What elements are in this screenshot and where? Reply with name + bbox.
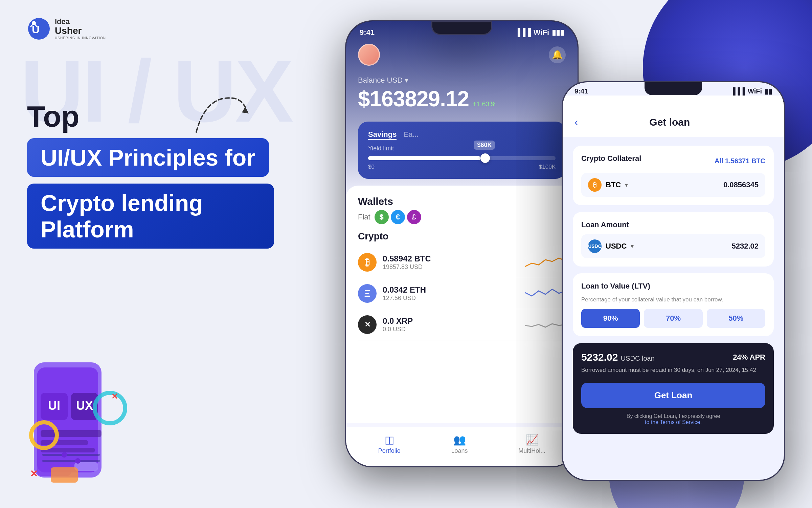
ltv-70-button[interactable]: 70% (644, 309, 702, 328)
terms-text: By clicking Get Loan, I expressly agree … (581, 413, 765, 425)
portfolio-icon: ◫ (385, 434, 394, 446)
svg-text:×: × (112, 390, 118, 402)
dashed-arrow-decoration (186, 88, 254, 139)
savings-tab-active[interactable]: Savings (368, 130, 397, 140)
slider-min: $0 (368, 164, 375, 170)
phones-container: 9:41 ▐▐▐ WiFi ▮▮▮ 🔔 Balance USD ▾ $16382… (345, 20, 785, 488)
terms-link[interactable]: to the Terms of Service. (645, 419, 702, 425)
signal-icon: ▐▐▐ (515, 28, 531, 37)
summary-description: Borrowed amount must be repaid in 30 day… (581, 366, 765, 375)
loan-amount-title: Loan Amount (581, 220, 765, 229)
balance-section: Balance USD ▾ $163829.12 +1.63% (346, 72, 578, 122)
phone-front-screen: 9:41 ▐▐▐ WiFi ▮▮ ‹ Get loan Crypto Colla… (563, 82, 784, 480)
btc-select-icon: ₿ (588, 178, 602, 192)
collateral-select-row[interactable]: ₿ BTC ▾ 0.0856345 (581, 173, 765, 197)
phone-front-mockup: 9:41 ▐▐▐ WiFi ▮▮ ‹ Get loan Crypto Colla… (562, 81, 785, 481)
nav-multihold[interactable]: 📈 MultiHol... (518, 434, 545, 454)
fiat-label: Fiat (358, 213, 370, 221)
svg-text:UI: UI (48, 399, 60, 412)
logo-icon: U (27, 17, 51, 41)
front-battery-icon: ▮▮ (765, 87, 772, 96)
btc-usd: 19857.83 USD (383, 263, 525, 271)
loan-value: 5232.02 (731, 242, 759, 251)
svg-point-23 (62, 452, 67, 458)
terms-text-content: By clicking Get Loan, I expressly agree (627, 413, 720, 419)
collateral-value: 0.0856345 (723, 181, 759, 189)
eth-usd: 127.56 USD (383, 295, 525, 302)
front-status-icons: ▐▐▐ WiFi ▮▮ (730, 87, 772, 96)
front-signal-icon: ▐▐▐ (730, 87, 745, 96)
eth-icon: Ξ (358, 284, 377, 303)
coin-gbp: £ (407, 210, 421, 224)
btc-chart (525, 255, 566, 270)
xrp-usd: 0.0 USD (383, 326, 525, 333)
loan-amount-left: USDC USDC ▾ (588, 239, 634, 253)
ltv-title: Loan to Value (LTV) (581, 282, 765, 291)
balance-label: Balance USD ▾ (358, 76, 566, 85)
yield-label: Yield limit (368, 145, 556, 152)
collateral-select-left: ₿ BTC ▾ (588, 178, 628, 192)
crypto-collateral-card: Crypto Collateral All 1.56371 BTC ₿ BTC … (573, 146, 774, 205)
loan-amount-row[interactable]: USDC USDC ▾ 5232.02 (581, 234, 765, 258)
slider-value-label: $60K (474, 141, 495, 150)
eth-amount: 0.0342 ETH (383, 285, 525, 295)
wifi-icon: WiFi (534, 28, 549, 37)
slider-limits: $0 $100K (368, 164, 556, 170)
svg-rect-18 (51, 467, 78, 483)
loan-summary-card: 5232.02 USDC loan 24% APR Borrowed amoun… (573, 343, 774, 434)
collateral-title: Crypto Collateral (581, 154, 641, 163)
slider-thumb[interactable]: $60K (480, 153, 490, 163)
phone-header: 🔔 (346, 37, 578, 72)
loans-label: Loans (451, 447, 468, 454)
svg-text:×: × (30, 466, 38, 480)
xrp-amount: 0.0 XRP (383, 316, 525, 326)
phone-back-screen: 9:41 ▐▐▐ WiFi ▮▮▮ 🔔 Balance USD ▾ $16382… (346, 21, 578, 466)
summary-top: 5232.02 USDC loan 24% APR (581, 352, 765, 363)
illustration-area: UI UX × × (17, 356, 193, 491)
xrp-icon: ✕ (358, 315, 377, 334)
wallets-section: Wallets Fiat $ € £ Crypto ₿ 0.58942 BTC (346, 186, 578, 423)
loan-body: Crypto Collateral All 1.56371 BTC ₿ BTC … (563, 137, 784, 449)
collateral-chevron: ▾ (625, 181, 628, 189)
get-loan-button[interactable]: Get Loan (581, 383, 765, 408)
savings-slider[interactable]: $60K (368, 156, 556, 160)
ltv-card: Loan to Value (LTV) Percentage of your c… (573, 273, 774, 336)
collateral-all: All 1.56371 BTC (715, 157, 765, 165)
coin-eur: € (391, 210, 405, 224)
bottom-nav: ◫ Portfolio 👥 Loans 📈 MultiHol... (346, 427, 578, 466)
phone-back-mockup: 9:41 ▐▐▐ WiFi ▮▮▮ 🔔 Balance USD ▾ $16382… (345, 20, 579, 467)
balance-amount: $163829.12 (358, 86, 469, 111)
ltv-90-button[interactable]: 90% (581, 309, 640, 328)
ltv-50-button[interactable]: 50% (707, 309, 765, 328)
front-wifi-icon: WiFi (748, 87, 762, 96)
loan-chevron: ▾ (631, 242, 634, 250)
loan-amount-card: Loan Amount USDC USDC ▾ 5232.02 (573, 212, 774, 267)
heading-pill-2: Crypto lending Platform (27, 184, 274, 249)
btc-amount: 0.58942 BTC (383, 254, 525, 263)
balance-change: +1.63% (472, 100, 495, 108)
status-icons: ▐▐▐ WiFi ▮▮▮ (515, 28, 564, 37)
bell-icon[interactable]: 🔔 (549, 46, 566, 63)
savings-tab-inactive[interactable]: Ea... (403, 130, 419, 140)
eth-chart (525, 286, 566, 301)
loan-header: ‹ Get loan (563, 96, 784, 137)
btc-info: 0.58942 BTC 19857.83 USD (383, 254, 525, 271)
nav-loans[interactable]: 👥 Loans (451, 434, 468, 454)
logo-text: Idea Usher USHERING IN INNOVATION (55, 18, 106, 40)
phone-notch (431, 21, 492, 35)
nav-portfolio[interactable]: ◫ Portfolio (378, 434, 401, 454)
coin-usd: $ (375, 210, 389, 224)
usdc-icon: USDC (588, 239, 602, 253)
fiat-coins: $ € £ (375, 210, 421, 224)
back-button[interactable]: ‹ (574, 116, 578, 128)
collateral-header: Crypto Collateral All 1.56371 BTC (581, 154, 765, 168)
svg-point-25 (75, 458, 81, 464)
btc-icon: ₿ (358, 253, 377, 272)
crypto-section-title: Crypto (358, 231, 566, 242)
heading-pill-1-text: UI/UX Principles for (41, 145, 255, 170)
heading-pill-1: UI/UX Principles for (27, 138, 269, 177)
logo-area: U Idea Usher USHERING IN INNOVATION (27, 17, 106, 41)
heading-pill-2-text: Crypto lending Platform (41, 190, 203, 242)
logo-idea: Idea (55, 18, 106, 26)
svg-rect-14 (41, 440, 88, 445)
